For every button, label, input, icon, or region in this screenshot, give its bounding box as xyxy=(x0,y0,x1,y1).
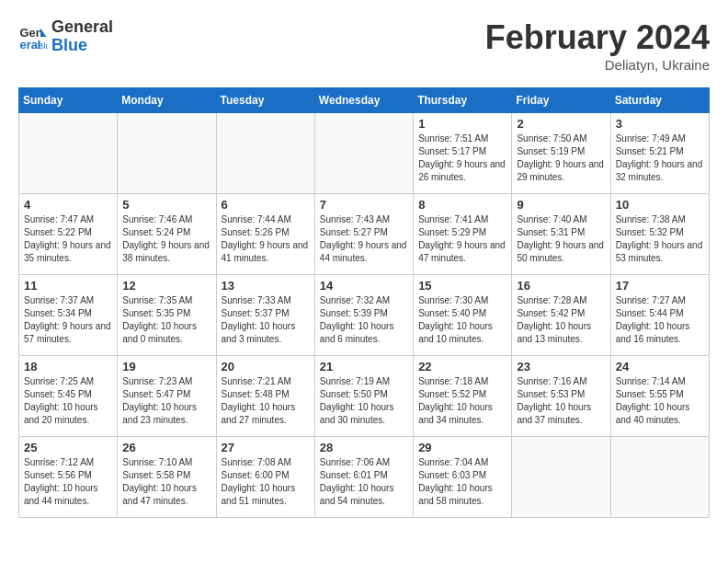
day-number: 24 xyxy=(616,360,704,373)
calendar-cell: 15Sunrise: 7:30 AMSunset: 5:40 PMDayligh… xyxy=(414,275,512,356)
calendar-cell: 4Sunrise: 7:47 AMSunset: 5:22 PMDaylight… xyxy=(19,194,118,275)
calendar-cell: 27Sunrise: 7:08 AMSunset: 6:00 PMDayligh… xyxy=(216,437,314,518)
svg-marker-2 xyxy=(40,28,46,37)
location: Deliatyn, Ukraine xyxy=(485,57,710,73)
day-info: Sunrise: 7:08 AMSunset: 6:00 PMDaylight:… xyxy=(222,456,310,508)
day-number: 20 xyxy=(222,360,310,373)
week-row-2: 4Sunrise: 7:47 AMSunset: 5:22 PMDaylight… xyxy=(19,194,710,275)
calendar-cell: 28Sunrise: 7:06 AMSunset: 6:01 PMDayligh… xyxy=(314,437,413,518)
week-row-5: 25Sunrise: 7:12 AMSunset: 5:56 PMDayligh… xyxy=(19,437,710,518)
day-info: Sunrise: 7:47 AMSunset: 5:22 PMDaylight:… xyxy=(24,213,112,265)
day-info: Sunrise: 7:21 AMSunset: 5:48 PMDaylight:… xyxy=(222,375,310,427)
day-number: 26 xyxy=(122,441,210,454)
calendar-cell: 17Sunrise: 7:27 AMSunset: 5:44 PMDayligh… xyxy=(610,275,709,356)
calendar-cell: 7Sunrise: 7:43 AMSunset: 5:27 PMDaylight… xyxy=(314,194,413,275)
day-info: Sunrise: 7:37 AMSunset: 5:34 PMDaylight:… xyxy=(24,294,112,346)
weekday-header-tuesday: Tuesday xyxy=(216,88,314,113)
day-info: Sunrise: 7:51 AMSunset: 5:17 PMDaylight:… xyxy=(418,132,506,184)
day-info: Sunrise: 7:30 AMSunset: 5:40 PMDaylight:… xyxy=(418,294,506,346)
calendar-cell: 14Sunrise: 7:32 AMSunset: 5:39 PMDayligh… xyxy=(314,275,413,356)
day-info: Sunrise: 7:33 AMSunset: 5:37 PMDaylight:… xyxy=(222,294,310,346)
calendar-cell: 26Sunrise: 7:10 AMSunset: 5:58 PMDayligh… xyxy=(118,437,216,518)
weekday-header-monday: Monday xyxy=(118,88,216,113)
calendar-cell xyxy=(216,113,314,194)
day-number: 13 xyxy=(222,279,310,293)
page-header: Gen eral Blue General Blue February 2024… xyxy=(18,18,710,73)
day-number: 11 xyxy=(24,279,112,293)
calendar-cell: 13Sunrise: 7:33 AMSunset: 5:37 PMDayligh… xyxy=(216,275,314,356)
calendar-cell: 8Sunrise: 7:41 AMSunset: 5:29 PMDaylight… xyxy=(414,194,512,275)
day-info: Sunrise: 7:41 AMSunset: 5:29 PMDaylight:… xyxy=(418,213,506,265)
day-number: 15 xyxy=(418,279,506,293)
calendar-cell: 10Sunrise: 7:38 AMSunset: 5:32 PMDayligh… xyxy=(610,194,709,275)
day-number: 9 xyxy=(517,198,605,212)
day-info: Sunrise: 7:06 AMSunset: 6:01 PMDaylight:… xyxy=(320,456,408,508)
svg-text:Blue: Blue xyxy=(38,40,48,51)
day-info: Sunrise: 7:23 AMSunset: 5:47 PMDaylight:… xyxy=(122,375,210,427)
weekday-header-thursday: Thursday xyxy=(414,88,512,113)
day-number: 6 xyxy=(222,198,310,212)
calendar-cell: 6Sunrise: 7:44 AMSunset: 5:26 PMDaylight… xyxy=(216,194,314,275)
day-info: Sunrise: 7:16 AMSunset: 5:53 PMDaylight:… xyxy=(517,375,605,427)
day-info: Sunrise: 7:44 AMSunset: 5:26 PMDaylight:… xyxy=(222,213,310,265)
day-info: Sunrise: 7:46 AMSunset: 5:24 PMDaylight:… xyxy=(122,213,210,265)
day-info: Sunrise: 7:18 AMSunset: 5:52 PMDaylight:… xyxy=(418,375,506,427)
week-row-4: 18Sunrise: 7:25 AMSunset: 5:45 PMDayligh… xyxy=(19,356,710,437)
day-info: Sunrise: 7:25 AMSunset: 5:45 PMDaylight:… xyxy=(24,375,112,427)
calendar-cell: 24Sunrise: 7:14 AMSunset: 5:55 PMDayligh… xyxy=(610,356,709,437)
weekday-header-sunday: Sunday xyxy=(19,88,118,113)
calendar-cell: 23Sunrise: 7:16 AMSunset: 5:53 PMDayligh… xyxy=(512,356,610,437)
calendar-table: SundayMondayTuesdayWednesdayThursdayFrid… xyxy=(18,87,710,518)
day-number: 29 xyxy=(418,441,506,454)
calendar-cell: 2Sunrise: 7:50 AMSunset: 5:19 PMDaylight… xyxy=(512,113,610,194)
day-info: Sunrise: 7:35 AMSunset: 5:35 PMDaylight:… xyxy=(122,294,210,346)
day-number: 7 xyxy=(320,198,408,212)
calendar-cell xyxy=(19,113,118,194)
calendar-cell: 21Sunrise: 7:19 AMSunset: 5:50 PMDayligh… xyxy=(314,356,413,437)
day-number: 18 xyxy=(24,360,112,373)
calendar-cell xyxy=(118,113,216,194)
calendar-cell: 11Sunrise: 7:37 AMSunset: 5:34 PMDayligh… xyxy=(19,275,118,356)
logo: Gen eral Blue General Blue xyxy=(18,18,113,55)
day-number: 5 xyxy=(122,198,210,212)
weekday-header-wednesday: Wednesday xyxy=(314,88,413,113)
day-number: 28 xyxy=(320,441,408,454)
calendar-cell: 1Sunrise: 7:51 AMSunset: 5:17 PMDaylight… xyxy=(414,113,512,194)
day-info: Sunrise: 7:10 AMSunset: 5:58 PMDaylight:… xyxy=(122,456,210,508)
day-number: 4 xyxy=(24,198,112,212)
week-row-3: 11Sunrise: 7:37 AMSunset: 5:34 PMDayligh… xyxy=(19,275,710,356)
calendar-cell xyxy=(610,437,709,518)
day-number: 1 xyxy=(418,117,506,131)
calendar-cell: 19Sunrise: 7:23 AMSunset: 5:47 PMDayligh… xyxy=(118,356,216,437)
day-info: Sunrise: 7:49 AMSunset: 5:21 PMDaylight:… xyxy=(616,132,704,184)
calendar-cell: 12Sunrise: 7:35 AMSunset: 5:35 PMDayligh… xyxy=(118,275,216,356)
day-number: 8 xyxy=(418,198,506,212)
day-number: 10 xyxy=(616,198,704,212)
day-info: Sunrise: 7:50 AMSunset: 5:19 PMDaylight:… xyxy=(517,132,605,184)
calendar-cell: 3Sunrise: 7:49 AMSunset: 5:21 PMDaylight… xyxy=(610,113,709,194)
logo-icon: Gen eral Blue xyxy=(18,22,48,52)
day-number: 27 xyxy=(222,441,310,454)
day-number: 3 xyxy=(616,117,704,131)
day-info: Sunrise: 7:04 AMSunset: 6:03 PMDaylight:… xyxy=(418,456,506,508)
day-info: Sunrise: 7:28 AMSunset: 5:42 PMDaylight:… xyxy=(517,294,605,346)
day-number: 23 xyxy=(517,360,605,373)
day-info: Sunrise: 7:14 AMSunset: 5:55 PMDaylight:… xyxy=(616,375,704,427)
day-info: Sunrise: 7:19 AMSunset: 5:50 PMDaylight:… xyxy=(320,375,408,427)
calendar-cell: 5Sunrise: 7:46 AMSunset: 5:24 PMDaylight… xyxy=(118,194,216,275)
calendar-cell: 20Sunrise: 7:21 AMSunset: 5:48 PMDayligh… xyxy=(216,356,314,437)
logo-text: General Blue xyxy=(51,18,113,55)
day-number: 22 xyxy=(418,360,506,373)
day-info: Sunrise: 7:32 AMSunset: 5:39 PMDaylight:… xyxy=(320,294,408,346)
weekday-header-friday: Friday xyxy=(512,88,610,113)
calendar-cell: 25Sunrise: 7:12 AMSunset: 5:56 PMDayligh… xyxy=(19,437,118,518)
week-row-1: 1Sunrise: 7:51 AMSunset: 5:17 PMDaylight… xyxy=(19,113,710,194)
weekday-header-saturday: Saturday xyxy=(610,88,709,113)
month-title: February 2024 xyxy=(485,18,710,57)
day-number: 2 xyxy=(517,117,605,131)
calendar-cell: 29Sunrise: 7:04 AMSunset: 6:03 PMDayligh… xyxy=(414,437,512,518)
weekday-header-row: SundayMondayTuesdayWednesdayThursdayFrid… xyxy=(19,88,710,113)
day-info: Sunrise: 7:40 AMSunset: 5:31 PMDaylight:… xyxy=(517,213,605,265)
title-block: February 2024 Deliatyn, Ukraine xyxy=(485,18,710,73)
calendar-cell: 22Sunrise: 7:18 AMSunset: 5:52 PMDayligh… xyxy=(414,356,512,437)
